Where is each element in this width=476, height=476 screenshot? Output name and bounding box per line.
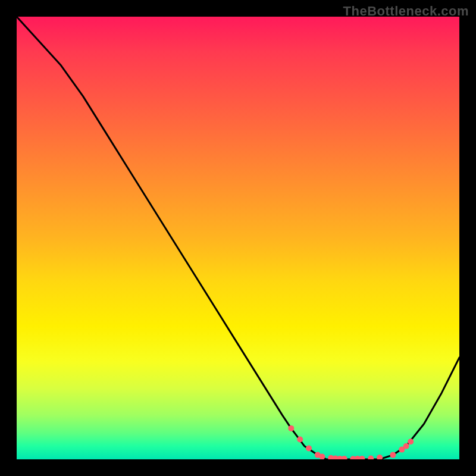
bottleneck-curve xyxy=(17,17,459,459)
chart-svg xyxy=(17,17,459,459)
watermark-text: TheBottleneck.com xyxy=(343,4,469,19)
marker-dot xyxy=(408,439,414,444)
marker-dot xyxy=(288,425,294,431)
marker-dot xyxy=(306,445,312,451)
marker-dot xyxy=(342,456,347,459)
marker-dot xyxy=(297,437,303,443)
marker-dots xyxy=(288,425,414,459)
marker-dot xyxy=(390,452,396,458)
marker-dot xyxy=(377,455,383,459)
marker-dot xyxy=(403,443,409,449)
marker-dot xyxy=(359,456,365,459)
plot-area xyxy=(17,17,459,459)
chart-frame: TheBottleneck.com xyxy=(0,0,476,476)
marker-dot xyxy=(368,456,374,460)
